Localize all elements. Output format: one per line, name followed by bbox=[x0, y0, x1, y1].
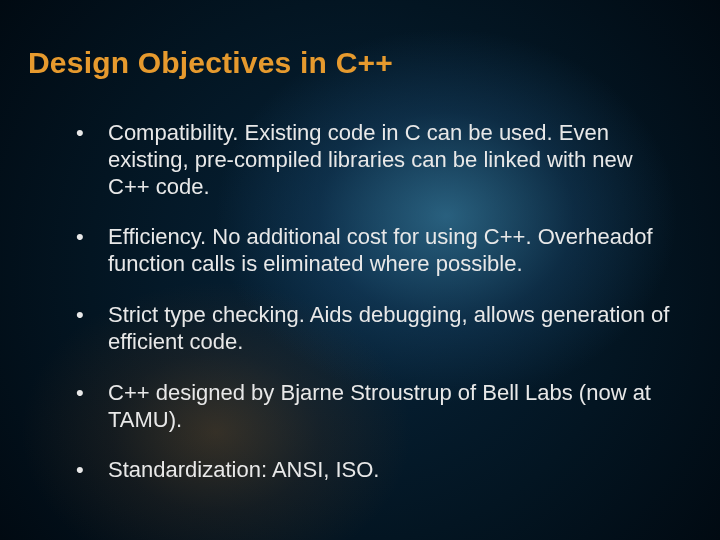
list-item: Strict type checking. Aids debugging, al… bbox=[70, 302, 670, 356]
slide: Design Objectives in C++ Compatibility. … bbox=[0, 0, 720, 540]
slide-body: Compatibility. Existing code in C can be… bbox=[70, 120, 670, 508]
slide-title: Design Objectives in C++ bbox=[28, 46, 393, 80]
bullet-list: Compatibility. Existing code in C can be… bbox=[70, 120, 670, 484]
list-item: C++ designed by Bjarne Stroustrup of Bel… bbox=[70, 380, 670, 434]
list-item: Compatibility. Existing code in C can be… bbox=[70, 120, 670, 200]
list-item: Standardization: ANSI, ISO. bbox=[70, 457, 670, 484]
list-item: Efficiency. No additional cost for using… bbox=[70, 224, 670, 278]
